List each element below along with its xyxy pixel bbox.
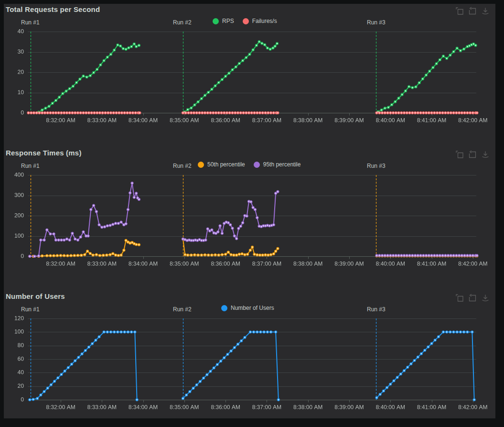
chart-toolbox [455, 7, 490, 15]
chart-section-number-of-users: Number of Users Run #1 Run #2 Run #3 Num… [4, 291, 495, 427]
chart-canvas-response-times[interactable] [4, 162, 495, 269]
data-zoom-icon[interactable] [455, 7, 464, 15]
restore-icon[interactable] [468, 294, 477, 302]
chart-toolbox [455, 294, 490, 302]
save-image-icon[interactable] [481, 294, 490, 302]
save-image-icon[interactable] [481, 150, 490, 159]
save-image-icon[interactable] [481, 7, 490, 15]
chart-toolbox [455, 150, 490, 159]
restore-icon[interactable] [468, 150, 477, 159]
chart-title: Total Requests per Second [5, 5, 100, 13]
chart-canvas-total-requests[interactable] [4, 18, 495, 126]
chart-title: Response Times (ms) [5, 149, 82, 157]
chart-title: Number of Users [5, 292, 65, 300]
chart-section-response-times: Response Times (ms) Run #1 Run #2 Run #3… [4, 147, 495, 291]
data-zoom-icon[interactable] [455, 294, 464, 302]
chart-section-total-requests: Total Requests per Second Run #1 Run #2 … [4, 4, 495, 147]
data-zoom-icon[interactable] [455, 150, 464, 159]
restore-icon[interactable] [468, 7, 477, 15]
page: { "page": { "background": "#0f1112", "pa… [0, 0, 504, 427]
chart-canvas-number-of-users[interactable] [4, 305, 495, 413]
charts-panel: Total Requests per Second Run #1 Run #2 … [4, 4, 495, 418]
